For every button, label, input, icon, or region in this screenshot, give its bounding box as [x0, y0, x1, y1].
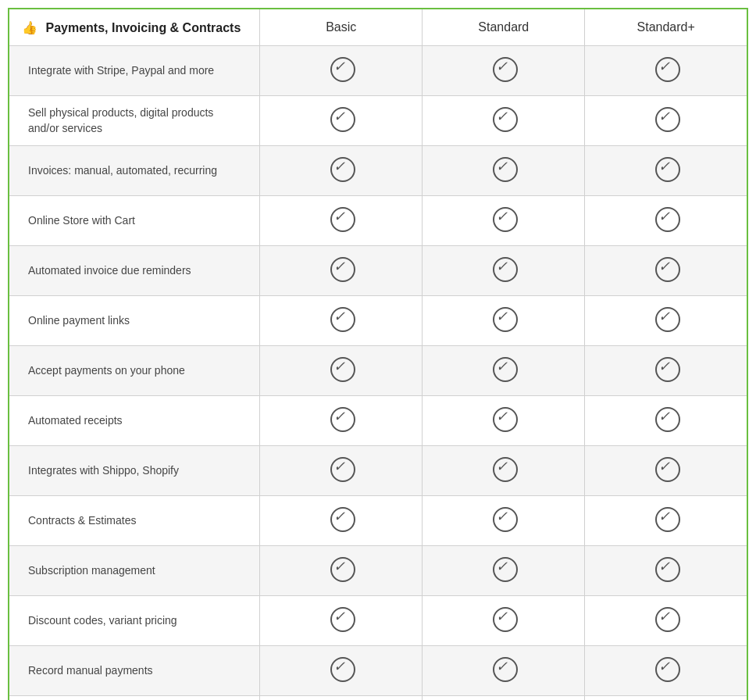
check-icon: [491, 155, 516, 180]
check-icon: [654, 655, 679, 680]
feature-name: Integrate with Stripe, Paypal and more: [9, 46, 260, 96]
check-cell-standard: [423, 296, 585, 346]
check-cell-standard_plus: [585, 246, 747, 296]
check-icon: [491, 405, 516, 430]
check-icon: [654, 555, 679, 580]
check-cell-basic: [260, 96, 423, 146]
feature-name: Automated receipts: [9, 396, 260, 446]
column-header-standard: Standard: [423, 9, 585, 46]
check-cell-basic: [260, 46, 423, 96]
check-cell-basic: [260, 146, 423, 196]
check-cell-standard_plus: [585, 346, 747, 396]
feature-name: Contracts & Estimates: [9, 496, 260, 546]
check-icon: [654, 505, 679, 530]
check-icon: [491, 55, 516, 80]
check-icon: [654, 305, 679, 330]
table-row: Accept payments on your phone: [9, 346, 747, 396]
check-icon: [329, 55, 354, 80]
feature-name: Accept payments on your phone: [9, 346, 260, 396]
table-row: Contracts & Estimates: [9, 496, 747, 546]
feature-name: Online Store with Cart: [9, 196, 260, 246]
table-row: Integrates with Shippo, Shopify: [9, 446, 747, 496]
feature-name: Automated invoice due reminders: [9, 246, 260, 296]
check-icon: [491, 605, 516, 630]
check-icon: [491, 205, 516, 230]
table-row: Discount codes, variant pricing: [9, 596, 747, 646]
feature-name: Discount codes, variant pricing: [9, 596, 260, 646]
check-cell-standard: [423, 146, 585, 196]
check-icon: [329, 105, 354, 130]
check-icon: [491, 105, 516, 130]
check-icon: [654, 455, 679, 480]
check-cell-standard: [423, 596, 585, 646]
feature-name: Invoices: manual, automated, recurring: [9, 146, 260, 196]
table-row: Automated receipts: [9, 396, 747, 446]
check-icon: [329, 555, 354, 580]
check-cell-basic: [260, 246, 423, 296]
table-row: Invoices: manual, automated, recurring: [9, 146, 747, 196]
table-row: Integrate with Stripe, Paypal and more: [9, 46, 747, 96]
check-cell-basic: [260, 346, 423, 396]
check-cell-standard_plus: [585, 696, 747, 700]
feature-name: Online payment links: [9, 296, 260, 346]
check-cell-standard: [423, 646, 585, 696]
table-row: Subscription management: [9, 546, 747, 596]
check-cell-basic: [260, 196, 423, 246]
feature-name: Integrates with Shippo, Shopify: [9, 446, 260, 496]
check-cell-basic: [260, 496, 423, 546]
feature-name: Record manual payments: [9, 646, 260, 696]
feature-name: Sell physical products, digital products…: [9, 96, 260, 146]
check-cell-standard: [423, 46, 585, 96]
check-cell-basic: [260, 646, 423, 696]
check-cell-standard_plus: [585, 596, 747, 646]
hand-icon: 👍: [22, 21, 37, 34]
check-cell-standard_plus: [585, 196, 747, 246]
check-icon: [491, 655, 516, 680]
check-icon: [329, 455, 354, 480]
check-icon: [654, 205, 679, 230]
check-cell-standard: [423, 346, 585, 396]
check-icon: [329, 205, 354, 230]
comparison-table: 👍 Payments, Invoicing & Contracts Basic …: [8, 8, 748, 700]
feature-name: Subscription management: [9, 546, 260, 596]
check-cell-standard: [423, 246, 585, 296]
table-row: Online Store with Cart: [9, 196, 747, 246]
table-row: Automated invoice due reminders: [9, 246, 747, 296]
check-cell-basic: [260, 296, 423, 346]
check-cell-standard: [423, 496, 585, 546]
check-icon: [329, 655, 354, 680]
check-cell-basic: [260, 446, 423, 496]
check-cell-standard: [423, 396, 585, 446]
check-cell-basic: [260, 596, 423, 646]
check-cell-standard_plus: [585, 446, 747, 496]
check-icon: [329, 505, 354, 530]
check-icon: [329, 605, 354, 630]
check-icon: [329, 355, 354, 380]
column-header-basic: Basic: [260, 9, 423, 46]
check-icon: [491, 255, 516, 280]
table-row: QuickBooks Online compatible: [9, 696, 747, 700]
check-cell-standard_plus: [585, 146, 747, 196]
check-icon: [491, 455, 516, 480]
check-cell-standard_plus: [585, 546, 747, 596]
check-icon: [654, 405, 679, 430]
check-cell-standard: [423, 196, 585, 246]
check-icon: [654, 605, 679, 630]
column-header-standard-plus: Standard+: [585, 9, 747, 46]
check-cell-standard_plus: [585, 46, 747, 96]
check-icon: [329, 255, 354, 280]
check-cell-standard_plus: [585, 396, 747, 446]
check-icon: [654, 105, 679, 130]
table-row: Online payment links: [9, 296, 747, 346]
check-icon: [329, 405, 354, 430]
check-cell-basic: [260, 696, 423, 700]
check-cell-standard_plus: [585, 646, 747, 696]
check-cell-standard_plus: [585, 96, 747, 146]
check-icon: [491, 555, 516, 580]
check-icon: [491, 355, 516, 380]
check-icon: [654, 55, 679, 80]
check-icon: [329, 155, 354, 180]
check-icon: [654, 155, 679, 180]
check-icon: [329, 305, 354, 330]
check-cell-standard: [423, 696, 585, 700]
